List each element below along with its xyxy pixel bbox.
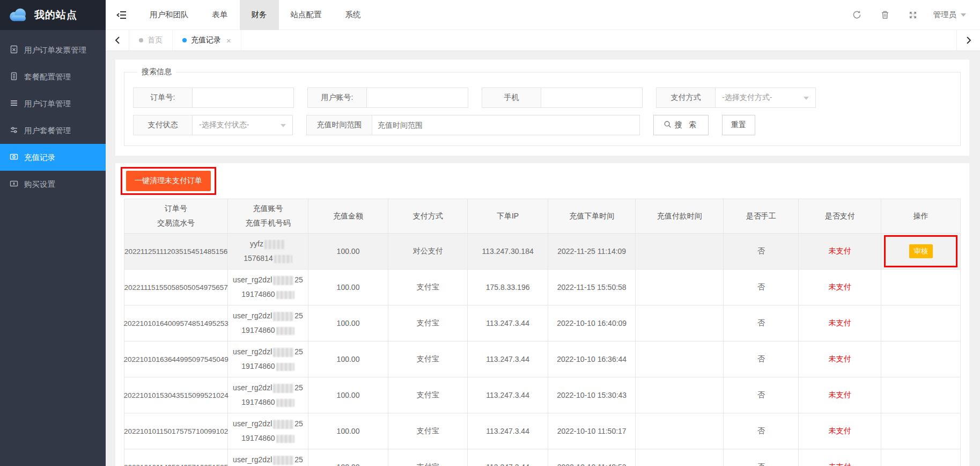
order-number: 20221010114953495710251535 bbox=[124, 463, 228, 466]
nav-item-users-teams[interactable]: 用户和团队 bbox=[138, 0, 201, 30]
amount-cell: 100.00 bbox=[308, 270, 389, 305]
time-range-field: 充值时间范围 bbox=[306, 115, 640, 135]
search-button[interactable]: 搜 索 bbox=[653, 115, 709, 135]
tab-recharge-records[interactable]: 充值记录 × bbox=[173, 30, 241, 50]
redacted-block bbox=[273, 348, 293, 357]
account-phone: 19174860 bbox=[241, 290, 294, 299]
paid-status-cell: 未支付 bbox=[799, 234, 881, 270]
order-time-cell: 2022-10-10 11:50:17 bbox=[548, 413, 636, 449]
order-ip: 113.247.3.44 bbox=[486, 355, 529, 363]
redacted-block bbox=[276, 291, 294, 299]
redacted-block bbox=[276, 363, 294, 371]
paid-status-cell: 未支付 bbox=[799, 449, 881, 466]
nav-item-forms[interactable]: 表单 bbox=[201, 0, 240, 30]
trash-icon[interactable] bbox=[871, 0, 899, 30]
sidebar-item-purchase-settings[interactable]: 购买设置 bbox=[0, 171, 106, 198]
account-name: user_rg2dzl25 bbox=[233, 311, 303, 321]
chevron-down-icon bbox=[281, 124, 286, 127]
order-ip: 175.8.33.196 bbox=[486, 283, 530, 292]
fullscreen-icon[interactable] bbox=[899, 0, 927, 30]
column-header: 下单IP bbox=[468, 199, 548, 234]
order-ip-cell: 113.247.3.44 bbox=[468, 305, 548, 341]
clear-unpaid-orders-button[interactable]: 一键清理未支付订单 bbox=[126, 171, 211, 191]
records-table: 订单号交易流水号充值账号充值手机号码充值金额支付方式下单IP充值下单时间充值付款… bbox=[124, 199, 961, 466]
tab-home[interactable]: 首页 bbox=[129, 30, 173, 50]
sidebar-item-label: 用户订单发票管理 bbox=[24, 45, 86, 55]
table-row: 20221010163644995097545049user_rg2dzl251… bbox=[124, 341, 960, 377]
manual-flag: 否 bbox=[757, 390, 765, 400]
pay-method: 支付宝 bbox=[417, 282, 439, 292]
top-navbar: 用户和团队 表单 财务 站点配置 系统 bbox=[106, 0, 980, 30]
nav-item-finance[interactable]: 财务 bbox=[240, 0, 279, 30]
user-name: 管理员 bbox=[933, 10, 957, 20]
amount: 100.00 bbox=[337, 355, 360, 363]
column-header: 操作 bbox=[881, 199, 960, 234]
account-cell: user_rg2dzl2519174860 bbox=[228, 449, 308, 466]
pay-time-cell bbox=[636, 270, 724, 305]
time-range-input[interactable] bbox=[372, 115, 639, 135]
order-no-input[interactable] bbox=[193, 88, 293, 107]
order-ip-cell: 175.8.33.196 bbox=[468, 270, 548, 305]
action-cell bbox=[881, 305, 960, 341]
phone-input[interactable] bbox=[541, 88, 642, 107]
sidebar-item-user-packages[interactable]: 用户套餐管理 bbox=[0, 117, 106, 144]
table-row: 20221115155058505054975657user_rg2dzl251… bbox=[124, 270, 960, 305]
column-header-label: 充值付款时间 bbox=[657, 212, 702, 221]
close-icon[interactable]: × bbox=[226, 36, 231, 45]
column-header-label: 交易流水号 bbox=[157, 219, 195, 228]
page-content: 搜索信息 订单号: 用户账号: 手机 bbox=[106, 51, 980, 466]
paid-status-cell: 未支付 bbox=[799, 270, 881, 305]
manual-cell: 否 bbox=[724, 341, 799, 377]
account-phone: 19174860 bbox=[241, 362, 294, 371]
pay-status-select[interactable]: 支付状态 -选择支付状态- bbox=[133, 115, 293, 135]
column-header: 充值金额 bbox=[308, 199, 389, 234]
order-time: 2022-11-25 11:14:09 bbox=[557, 247, 626, 256]
order-number-cell: 20221010115017575710099102 bbox=[124, 413, 228, 449]
amount: 100.00 bbox=[337, 247, 360, 256]
reset-button[interactable]: 重置 bbox=[722, 115, 755, 135]
nav-item-site-config[interactable]: 站点配置 bbox=[279, 0, 334, 30]
pay-time-cell bbox=[636, 377, 724, 413]
account-cell: user_rg2dzl2519174860 bbox=[228, 413, 308, 449]
manual-flag: 否 bbox=[757, 354, 765, 364]
sidebar-item-recharge-records[interactable]: 充值记录 bbox=[0, 144, 106, 171]
order-ip: 113.247.3.44 bbox=[486, 391, 529, 399]
audit-button[interactable]: 审核 bbox=[909, 244, 933, 258]
user-menu[interactable]: 管理员 bbox=[927, 10, 980, 20]
amount-cell: 100.00 bbox=[308, 449, 389, 466]
refresh-icon[interactable] bbox=[843, 0, 871, 30]
sidebar-item-invoice-management[interactable]: 用户订单发票管理 bbox=[0, 37, 106, 63]
collapse-sidebar-icon[interactable] bbox=[106, 0, 138, 30]
invoice-icon bbox=[10, 45, 18, 55]
order-ip-cell: 113.247.3.44 bbox=[468, 413, 548, 449]
order-ip-cell: 113.247.3.44 bbox=[468, 449, 548, 466]
sidebar-item-user-orders[interactable]: 用户订单管理 bbox=[0, 90, 106, 117]
action-cell bbox=[881, 377, 960, 413]
pay-method-select[interactable]: 支付方式 -选择支付方式- bbox=[656, 88, 816, 108]
order-number: 20221010115017575710099102 bbox=[124, 427, 228, 435]
phone-field: 手机 bbox=[482, 88, 643, 108]
redacted-block bbox=[273, 276, 293, 285]
search-legend: 搜索信息 bbox=[137, 67, 176, 77]
column-header: 充值下单时间 bbox=[548, 199, 636, 234]
tabs-scroll-left-icon[interactable] bbox=[106, 30, 129, 50]
order-number-cell: 20221010153043515099521024 bbox=[124, 377, 228, 413]
action-cell bbox=[881, 413, 960, 449]
site-logo[interactable]: 我的站点 bbox=[0, 0, 106, 30]
paid-status-cell: 未支付 bbox=[799, 413, 881, 449]
table-header-row: 订单号交易流水号充值账号充值手机号码充值金额支付方式下单IP充值下单时间充值付款… bbox=[124, 199, 960, 234]
manual-cell: 否 bbox=[724, 413, 799, 449]
order-ip-cell: 113.247.3.44 bbox=[468, 341, 548, 377]
column-header-label: 操作 bbox=[913, 212, 929, 221]
user-account-input[interactable] bbox=[367, 88, 468, 107]
nav-item-system[interactable]: 系统 bbox=[334, 0, 373, 30]
column-header-label: 充值账号 bbox=[253, 204, 283, 214]
tabs-scroll-right-icon[interactable] bbox=[956, 30, 980, 50]
account-cell: user_rg2dzl2519174860 bbox=[228, 270, 308, 305]
order-time-cell: 2022-10-10 11:49:53 bbox=[548, 449, 636, 466]
app-window: 我的站点 用户订单发票管理 套餐配置管理 bbox=[0, 0, 980, 466]
order-time-cell: 2022-10-10 16:40:09 bbox=[548, 305, 636, 341]
sidebar-item-package-config[interactable]: 套餐配置管理 bbox=[0, 63, 106, 90]
redacted-block bbox=[276, 327, 294, 335]
pay-method-label: 支付方式 bbox=[657, 88, 716, 107]
